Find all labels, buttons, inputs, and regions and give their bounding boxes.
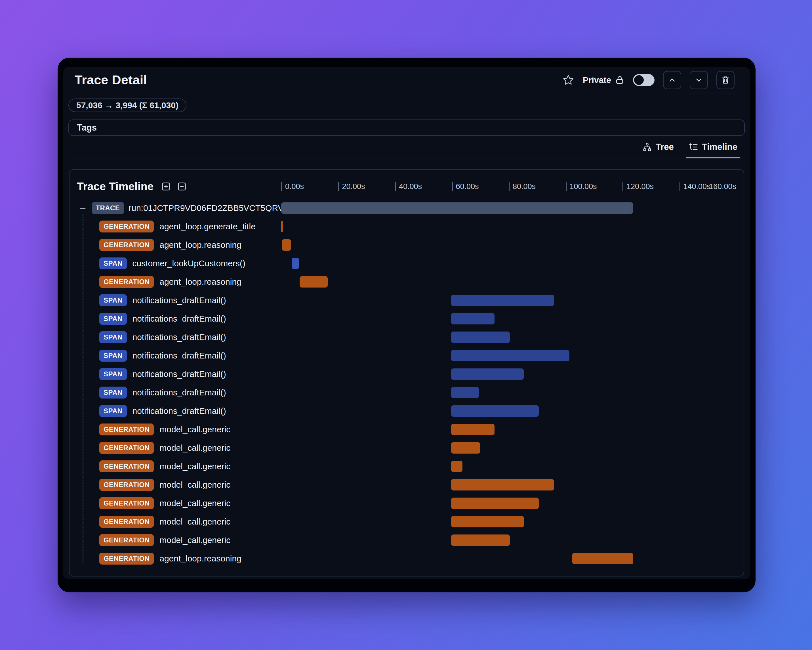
tags-input[interactable]: Tags: [69, 119, 745, 136]
row-chart-cell: [281, 457, 736, 476]
timeline-row[interactable]: GENERATIONmodel_call.generic: [77, 457, 736, 476]
delete-trace-button[interactable]: [716, 71, 734, 89]
timeline-row[interactable]: GENERATIONmodel_call.generic: [77, 512, 736, 531]
timeline-row[interactable]: GENERATIONagent_loop.generate_title: [77, 217, 736, 236]
toggle-knob: [634, 75, 644, 85]
observation-type-badge: SPAN: [99, 387, 127, 399]
timeline-row[interactable]: SPANnotifications_draftEmail(): [77, 383, 736, 402]
tab-timeline[interactable]: Timeline: [688, 136, 737, 158]
timeline-row[interactable]: SPANnotifications_draftEmail(): [77, 291, 736, 309]
timeline-row[interactable]: SPANnotifications_draftEmail(): [77, 309, 736, 328]
duration-bar[interactable]: [451, 332, 510, 343]
row-chart-cell: [281, 346, 736, 365]
duration-bar[interactable]: [451, 424, 494, 435]
observation-name: customer_lookUpCustomers(): [133, 258, 246, 268]
row-label-cell: SPANnotifications_draftEmail(): [77, 387, 281, 399]
axis-tick-label: 60.00s: [456, 182, 479, 191]
timeline-row[interactable]: GENERATIONmodel_call.generic: [77, 494, 736, 512]
row-label-cell: GENERATIONmodel_call.generic: [77, 497, 281, 509]
prev-trace-button[interactable]: [663, 71, 681, 89]
duration-bar[interactable]: [300, 276, 328, 288]
observation-type-badge: GENERATION: [99, 553, 154, 564]
observation-type-badge: GENERATION: [99, 276, 154, 288]
row-chart-cell: [281, 291, 736, 309]
observation-type-badge: GENERATION: [99, 220, 154, 232]
duration-bar[interactable]: [451, 461, 462, 472]
row-chart-cell: [281, 494, 736, 512]
tree-icon: [643, 142, 652, 152]
observation-type-badge: GENERATION: [99, 497, 154, 509]
row-chart-cell: [281, 272, 736, 291]
view-tab-bar: Tree Timeline: [69, 136, 745, 158]
expand-all-button[interactable]: [161, 181, 171, 191]
axis-tick-label: 20.00s: [342, 182, 365, 191]
timeline-row[interactable]: −TRACErun:01JCTPR9VD06FD2ZBB5VCT5QRV: [77, 199, 736, 217]
observation-type-badge: GENERATION: [99, 442, 154, 454]
duration-bar[interactable]: [451, 369, 524, 380]
timeline-row[interactable]: GENERATIONagent_loop.reasoning: [77, 549, 736, 568]
collapse-toggle[interactable]: −: [79, 203, 87, 213]
token-usage-row: 57,036 → 3,994 (Σ 61,030): [69, 98, 745, 112]
privacy-toggle[interactable]: [633, 74, 655, 86]
axis-tick-label: 120.00s: [626, 182, 654, 191]
axis-tick: 40.00s: [395, 182, 422, 191]
next-trace-button[interactable]: [690, 71, 708, 89]
timeline-row[interactable]: SPANnotifications_draftEmail(): [77, 346, 736, 365]
timeline-panel-header: Trace Timeline: [77, 174, 736, 199]
duration-bar[interactable]: [451, 497, 539, 509]
observation-name: notifications_draftEmail(): [133, 369, 226, 379]
row-chart-cell: [281, 420, 736, 439]
timeline-row[interactable]: SPANnotifications_draftEmail(): [77, 365, 736, 383]
star-icon: [562, 74, 574, 86]
bookmark-star-button[interactable]: [562, 74, 574, 86]
duration-bar[interactable]: [292, 258, 299, 269]
duration-bar[interactable]: [451, 350, 569, 361]
timeline-row[interactable]: SPANnotifications_draftEmail(): [77, 402, 736, 420]
duration-bar[interactable]: [451, 479, 554, 491]
observation-type-badge: SPAN: [99, 368, 127, 380]
lock-icon: [615, 75, 624, 85]
observation-name: agent_loop.reasoning: [159, 277, 241, 287]
axis-tick: 80.00s: [509, 182, 536, 191]
collapse-all-button[interactable]: [177, 181, 187, 191]
timeline-row[interactable]: GENERATIONmodel_call.generic: [77, 439, 736, 457]
observation-type-badge: GENERATION: [99, 424, 154, 436]
duration-bar[interactable]: [451, 516, 524, 528]
duration-bar[interactable]: [451, 534, 510, 546]
axis-tick-label: 40.00s: [399, 182, 422, 191]
duration-bar[interactable]: [451, 387, 479, 398]
timeline-row[interactable]: SPANnotifications_draftEmail(): [77, 328, 736, 346]
active-tab-indicator: [686, 157, 740, 158]
axis-tick: 140.00s: [679, 182, 711, 191]
duration-bar[interactable]: [281, 221, 283, 232]
observation-name: notifications_draftEmail(): [133, 314, 226, 324]
observation-name: model_call.generic: [159, 462, 230, 471]
timeline-row[interactable]: GENERATIONmodel_call.generic: [77, 531, 736, 549]
duration-bar[interactable]: [451, 313, 494, 324]
row-chart-cell: [281, 365, 736, 383]
page-title: Trace Detail: [75, 73, 147, 87]
timeline-title: Trace Timeline: [77, 180, 154, 193]
axis-tick: 60.00s: [452, 182, 479, 191]
observation-name: run:01JCTPR9VD06FD2ZBB5VCT5QRV: [128, 203, 281, 213]
timeline-row[interactable]: SPANcustomer_lookUpCustomers(): [77, 254, 736, 272]
row-label-cell: SPANnotifications_draftEmail(): [77, 313, 281, 325]
duration-bar[interactable]: [282, 239, 291, 251]
timeline-row[interactable]: GENERATIONagent_loop.reasoning: [77, 236, 736, 254]
observation-type-badge: SPAN: [99, 313, 127, 325]
duration-bar[interactable]: [572, 553, 633, 564]
row-label-cell: −TRACErun:01JCTPR9VD06FD2ZBB5VCT5QRV: [77, 202, 281, 214]
timeline-row[interactable]: GENERATIONmodel_call.generic: [77, 476, 736, 494]
timeline-row[interactable]: GENERATIONmodel_call.generic: [77, 420, 736, 439]
duration-bar[interactable]: [451, 295, 554, 306]
observation-name: notifications_draftEmail(): [133, 295, 226, 305]
observation-type-badge: SPAN: [99, 350, 127, 362]
tab-tree[interactable]: Tree: [643, 136, 674, 158]
observation-type-badge: GENERATION: [99, 534, 154, 546]
timeline-row[interactable]: GENERATIONagent_loop.reasoning: [77, 272, 736, 291]
duration-bar[interactable]: [281, 202, 633, 214]
duration-bar[interactable]: [451, 442, 480, 454]
tab-tree-label: Tree: [656, 142, 674, 152]
list-tree-icon: [688, 142, 698, 152]
duration-bar[interactable]: [451, 405, 539, 417]
